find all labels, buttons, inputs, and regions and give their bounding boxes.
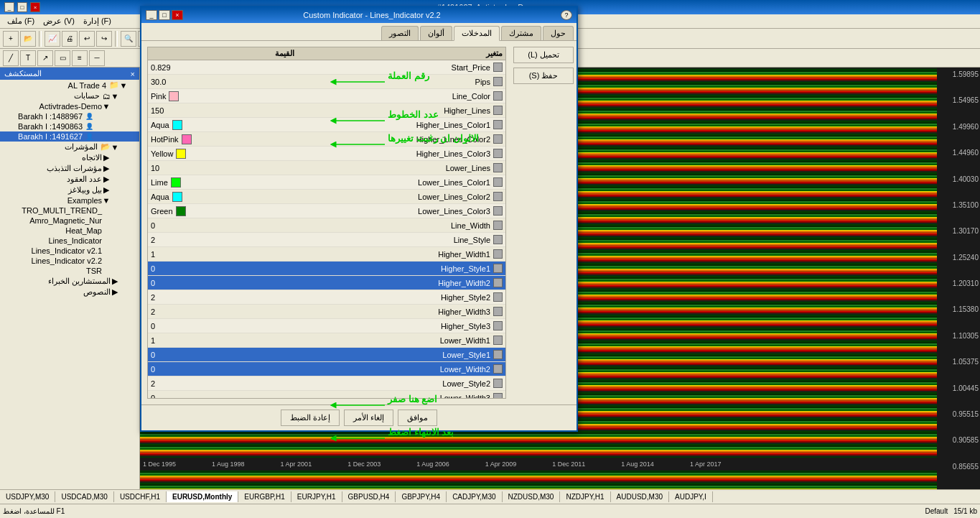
open-btn[interactable]: 📂 — [20, 31, 36, 47]
table-row[interactable]: Lower_Width1 1 — [148, 333, 505, 348]
chart-btn[interactable]: 📈 — [45, 31, 60, 47]
text-tool[interactable]: T — [20, 50, 36, 66]
close-btn[interactable]: × — [30, 2, 40, 12]
table-row[interactable]: Lower_Style1 0 — [148, 348, 505, 362]
table-row[interactable]: Lower_Lines_Color2 Aqua — [148, 190, 505, 204]
tab-gbpjpy-h4[interactable]: GBPJPY,H4 — [396, 491, 447, 502]
tab-about[interactable]: حول — [543, 26, 574, 40]
line-tool[interactable]: ╱ — [3, 50, 19, 66]
tab-audjpy[interactable]: AUDJPY,I — [669, 491, 713, 502]
table-row[interactable]: Lower_Lines 10 — [148, 161, 505, 175]
row-name: Line_Color — [294, 92, 490, 101]
table-row[interactable]: Line_Style 2 — [148, 233, 505, 247]
row-icon — [493, 336, 503, 345]
menu-manage[interactable]: إدارة (F) — [79, 15, 116, 27]
tree-item-experts[interactable]: ▶ المستشارين الخبراء — [0, 276, 139, 287]
tree-item-tsr[interactable]: TSR — [0, 266, 139, 276]
row-name: Lower_Lines_Color2 — [294, 193, 490, 201]
minimize-btn[interactable]: _ — [4, 2, 14, 12]
tree-item-contracts[interactable]: ▶ عدد العقود — [0, 174, 139, 185]
table-row[interactable]: Higher_Style1 0 — [148, 262, 505, 276]
zoom-in[interactable]: 🔍 — [121, 31, 136, 47]
table-row[interactable]: Higher_Width1 1 — [148, 247, 505, 262]
print-btn[interactable]: 🖨 — [62, 31, 78, 47]
tab-usdchf-h1[interactable]: USDCHF,H1 — [114, 491, 167, 502]
tree-item-lines-ind[interactable]: Lines_Indicator — [0, 236, 139, 246]
table-row[interactable]: Lower_Lines_Color1 Lime — [148, 175, 505, 190]
time-6: 1 Apr 2009 — [485, 461, 517, 468]
table-row[interactable]: Higher_Width2 0 — [148, 276, 505, 290]
dialog-close[interactable]: × — [172, 10, 183, 20]
menu-file[interactable]: ملف (F) — [3, 15, 39, 27]
save-button[interactable]: حفظ (S) — [513, 68, 574, 84]
table-row[interactable]: Higher_Lines 150 — [148, 103, 505, 118]
table-row[interactable]: Higher_Lines_Color2 HotPink — [148, 132, 505, 147]
redo-btn[interactable]: ↪ — [96, 31, 112, 47]
rect-tool[interactable]: ▭ — [55, 50, 70, 66]
cancel-button[interactable]: إلغاء الأمر — [344, 410, 393, 426]
tab-visualization[interactable]: التصور — [381, 26, 419, 40]
tab-usdcad-m30[interactable]: USDCAD,M30 — [55, 491, 113, 502]
table-row[interactable]: Higher_Width3 2 — [148, 305, 505, 319]
table-row[interactable]: Higher_Lines_Color3 Yellow — [148, 147, 505, 161]
table-row[interactable]: Start_Price 0.829 — [148, 60, 505, 75]
tree-item-bills[interactable]: ▶ بيل وبيلاغز — [0, 185, 139, 195]
tab-nzdusd-m30[interactable]: NZDUSD,M30 — [503, 491, 561, 502]
tree-item-trend[interactable]: ▶ الاتجاه — [0, 152, 139, 163]
tree-item-acc3[interactable]: 👤 1491627: Barakh I — [0, 131, 139, 142]
tab-common[interactable]: مشترك — [501, 26, 541, 40]
tree-item-indicators[interactable]: ▼ 📂 المؤشرات — [0, 142, 139, 152]
fib-tool[interactable]: ≡ — [72, 50, 88, 66]
tab-eurusd-monthly[interactable]: EURUSD,Monthly — [167, 491, 238, 502]
tab-usdjpy-m30[interactable]: USDJPY,M30 — [0, 491, 55, 502]
tree-item-heatmap[interactable]: Heat_Map — [0, 226, 139, 236]
table-row[interactable]: Lower_Width2 0 — [148, 362, 505, 376]
table-row[interactable]: Higher_Style2 2 — [148, 290, 505, 305]
horiz-line[interactable]: ─ — [89, 50, 105, 66]
arrow-tool[interactable]: ↗ — [37, 50, 53, 66]
sidebar-close[interactable]: × — [131, 70, 135, 78]
table-row[interactable]: Higher_Style3 0 — [148, 319, 505, 333]
tree-item-al-trade[interactable]: ▼ 📁 AL Trade 4 — [0, 80, 139, 91]
tree-item-lines-v22[interactable]: Lines_Indicator v2.2 — [0, 256, 139, 266]
tab-colors[interactable]: ألوان — [420, 26, 452, 40]
ok-button[interactable]: موافق — [398, 410, 437, 426]
tab-inputs[interactable]: المدخلات — [454, 26, 500, 41]
tree-item-examples[interactable]: ▼ Examples — [0, 195, 139, 205]
table-row[interactable]: Lower_Lines_Color3 Green — [148, 204, 505, 218]
table-row[interactable]: Lower_Width3 0 — [148, 391, 505, 399]
tab-eurgbp-h1[interactable]: EURGBP,H1 — [238, 491, 291, 502]
tree-item-lines-v21[interactable]: Lines_Indicator v2.1 — [0, 246, 139, 256]
row-value: 0 — [151, 264, 294, 273]
sidebar-title: المستكشف — [4, 69, 42, 78]
table-row[interactable]: Lower_Style2 2 — [148, 376, 505, 391]
new-btn[interactable]: + — [3, 31, 19, 47]
undo-btn[interactable]: ↩ — [79, 31, 95, 47]
status-bar: للمساعدة، اضغط F1 Default 15/1 kb — [0, 504, 980, 518]
table-row[interactable]: Line_Width 0 — [148, 218, 505, 233]
tab-audusd-m30[interactable]: AUDUSD,M30 — [611, 491, 669, 502]
load-button[interactable]: تحميل (L) — [513, 47, 574, 63]
person-icon: 👤 — [85, 123, 93, 130]
menu-view[interactable]: عرض (V) — [39, 15, 79, 27]
tree-item-amro[interactable]: Amro_Magnetic_Nur — [0, 216, 139, 226]
dialog-maximize[interactable]: □ — [159, 10, 170, 20]
table-row[interactable]: Higher_Lines_Color1 Aqua — [148, 118, 505, 132]
tree-item-acc1[interactable]: 👤 1488967: Barakh I — [0, 111, 139, 121]
tree-item-osc[interactable]: ▶ مؤشرات التذبذب — [0, 163, 139, 174]
tab-nzdjpy-h1[interactable]: NZDJPY,H1 — [560, 491, 610, 502]
tree-item-accounts[interactable]: ▼ 🗂 حسابات — [0, 91, 139, 101]
reset-button[interactable]: إعادة الضبط — [281, 410, 340, 426]
tab-eurjpy-h1[interactable]: EURJPY,H1 — [291, 491, 342, 502]
table-row[interactable]: Pips 30.0 — [148, 75, 505, 89]
tree-item-scripts[interactable]: ▶ النصوص — [0, 287, 139, 297]
tree-item-tro[interactable]: _TRO_MULTI_TREND — [0, 205, 139, 216]
help-btn[interactable]: ? — [561, 10, 572, 20]
table-row[interactable]: Line_Color Pink — [148, 89, 505, 103]
dialog-minimize[interactable]: _ — [146, 10, 157, 20]
maximize-btn[interactable]: □ — [17, 2, 27, 12]
tab-cadjpy-m30[interactable]: CADJPY,M30 — [447, 491, 502, 502]
tree-item-activtrades[interactable]: ▼ Activtrades-Demo — [0, 101, 139, 111]
tree-item-acc2[interactable]: 👤 1490863: Barakh I — [0, 121, 139, 131]
tab-gbpusd-h4[interactable]: GBPUSD,H4 — [342, 491, 396, 502]
